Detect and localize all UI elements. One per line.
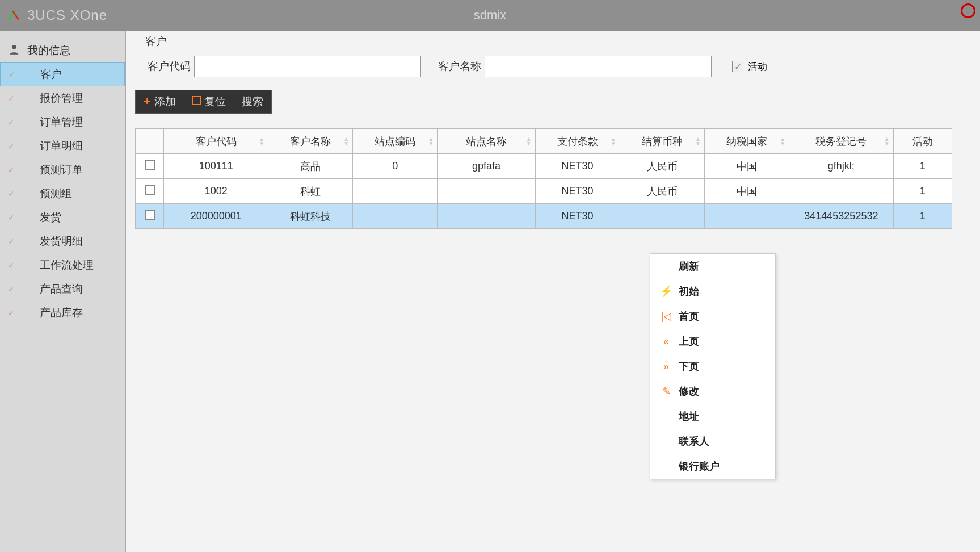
header-code[interactable]: 客户代码▲▼	[164, 129, 268, 154]
header-pay-terms[interactable]: 支付条款▲▼	[535, 129, 620, 154]
table-row[interactable]: 200000001 科虹科技 NET30 3414453252532 1	[136, 204, 952, 229]
sidebar-item-workflow[interactable]: ✓工作流处理	[0, 253, 125, 277]
row-checkbox[interactable]	[145, 210, 155, 220]
header-tax-country[interactable]: 纳税国家▲▼	[704, 129, 789, 154]
header-site-code[interactable]: 站点编码▲▼	[353, 129, 438, 154]
filter-code-input[interactable]	[194, 56, 421, 77]
sort-icon: ▲▼	[780, 137, 785, 146]
sidebar-header-label: 我的信息	[27, 43, 70, 58]
sidebar-item-forecast-group[interactable]: ✓预测组	[0, 182, 125, 206]
panel-legend: 客户	[142, 34, 170, 49]
cm-first-page[interactable]: |◁首页	[650, 304, 775, 329]
person-icon	[8, 43, 20, 58]
table-header-row: 客户代码▲▼ 客户名称▲▼ 站点编码▲▼ 站点名称▲▼ 支付条款▲▼ 结算币种▲…	[136, 129, 952, 154]
cm-init[interactable]: ⚡初始	[650, 279, 775, 304]
sort-icon: ▲▼	[259, 137, 264, 146]
cm-bank-account[interactable]: 银行账户	[650, 454, 775, 479]
sidebar-item-ship[interactable]: ✓发货	[0, 206, 125, 229]
check-icon: ✓	[8, 213, 15, 222]
next-page-icon: »	[658, 361, 674, 373]
first-page-icon: |◁	[658, 310, 674, 323]
table-row[interactable]: 100111 高品 0 gpfafa NET30 人民币 中国 gfhjkl; …	[136, 154, 952, 179]
filter-row: 客户代码 客户名称 ✓ 活动	[148, 56, 980, 77]
active-label: 活动	[748, 60, 767, 73]
header-tax-reg[interactable]: 税务登记号▲▼	[789, 129, 894, 154]
titlebar: 3UCS XOne sdmix 0	[0, 0, 980, 31]
checkbox-icon: ✓	[732, 61, 743, 72]
plus-icon: +	[144, 94, 151, 109]
check-icon: ✓	[8, 141, 15, 150]
filter-name-label: 客户名称	[438, 59, 481, 74]
check-icon: ✓	[9, 70, 15, 79]
header-checkbox[interactable]	[136, 129, 164, 154]
cm-edit[interactable]: ✎修改	[650, 379, 775, 404]
header-active[interactable]: 活动	[893, 129, 952, 154]
sidebar-item-order-detail[interactable]: ✓订单明细	[0, 134, 125, 158]
main-layout: 我的信息 ✓ 客户 ✓报价管理 ✓订单管理 ✓订单明细 ✓预测订单 ✓预测组 ✓…	[0, 31, 980, 552]
window-title: sdmix	[474, 8, 506, 23]
content-panel: 客户 客户代码 客户名称 ✓ 活动 + 添加 复位 搜索	[125, 31, 980, 552]
svg-point-0	[12, 45, 16, 49]
sort-icon: ▲▼	[526, 137, 532, 146]
prev-page-icon: «	[658, 336, 674, 348]
header-name[interactable]: 客户名称▲▼	[268, 129, 353, 154]
filter-code-label: 客户代码	[148, 59, 191, 74]
check-icon: ✓	[8, 94, 15, 103]
sort-icon: ▲▼	[611, 137, 616, 146]
sidebar-item-quote[interactable]: ✓报价管理	[0, 86, 125, 110]
sidebar-item-forecast-order[interactable]: ✓预测订单	[0, 158, 125, 182]
app-logo-icon	[7, 9, 20, 22]
sidebar-item-ship-detail[interactable]: ✓发货明细	[0, 229, 125, 253]
cm-address[interactable]: 地址	[650, 404, 775, 429]
notification-badge[interactable]: 0	[961, 3, 975, 18]
cm-next-page[interactable]: »下页	[650, 354, 775, 379]
check-icon: ✓	[8, 165, 15, 174]
row-checkbox[interactable]	[145, 160, 155, 170]
sidebar-item-order[interactable]: ✓订单管理	[0, 110, 125, 134]
sidebar: 我的信息 ✓ 客户 ✓报价管理 ✓订单管理 ✓订单明细 ✓预测订单 ✓预测组 ✓…	[0, 31, 125, 552]
check-icon: ✓	[8, 261, 15, 270]
search-button[interactable]: 搜索	[234, 90, 271, 113]
active-checkbox[interactable]: ✓ 活动	[732, 60, 767, 73]
check-icon: ✓	[8, 285, 15, 294]
sort-icon: ▲▼	[428, 137, 434, 146]
cm-contact[interactable]: 联系人	[650, 429, 775, 454]
square-icon	[192, 95, 201, 108]
customer-table: 客户代码▲▼ 客户名称▲▼ 站点编码▲▼ 站点名称▲▼ 支付条款▲▼ 结算币种▲…	[135, 128, 952, 229]
sidebar-header-myinfo[interactable]: 我的信息	[0, 39, 125, 62]
toolbar: + 添加 复位 搜索	[135, 90, 272, 114]
app-title: 3UCS XOne	[27, 7, 107, 23]
check-icon: ✓	[8, 237, 15, 246]
cm-prev-page[interactable]: «上页	[650, 329, 775, 354]
check-icon: ✓	[8, 189, 15, 198]
sidebar-item-customer[interactable]: ✓ 客户	[0, 62, 125, 86]
bolt-icon: ⚡	[658, 285, 674, 298]
filter-name-input[interactable]	[485, 56, 712, 77]
sort-icon: ▲▼	[884, 137, 890, 146]
check-icon: ✓	[8, 308, 15, 317]
table-row[interactable]: 1002 科虹 NET30 人民币 中国 1	[136, 179, 952, 204]
add-button[interactable]: + 添加	[136, 90, 184, 113]
cm-refresh[interactable]: 刷新	[650, 254, 775, 279]
context-menu: 刷新 ⚡初始 |◁首页 «上页 »下页 ✎修改 地址 联系人 银行账户	[650, 253, 776, 479]
pencil-icon: ✎	[658, 385, 674, 398]
row-checkbox[interactable]	[145, 185, 155, 195]
check-icon: ✓	[8, 118, 15, 127]
reset-button[interactable]: 复位	[184, 90, 234, 113]
sort-icon: ▲▼	[695, 137, 701, 146]
sidebar-item-product-query[interactable]: ✓产品查询	[0, 277, 125, 301]
sort-icon: ▲▼	[343, 137, 349, 146]
sidebar-item-product-stock[interactable]: ✓产品库存	[0, 301, 125, 325]
header-currency[interactable]: 结算币种▲▼	[620, 129, 704, 154]
header-site-name[interactable]: 站点名称▲▼	[438, 129, 535, 154]
